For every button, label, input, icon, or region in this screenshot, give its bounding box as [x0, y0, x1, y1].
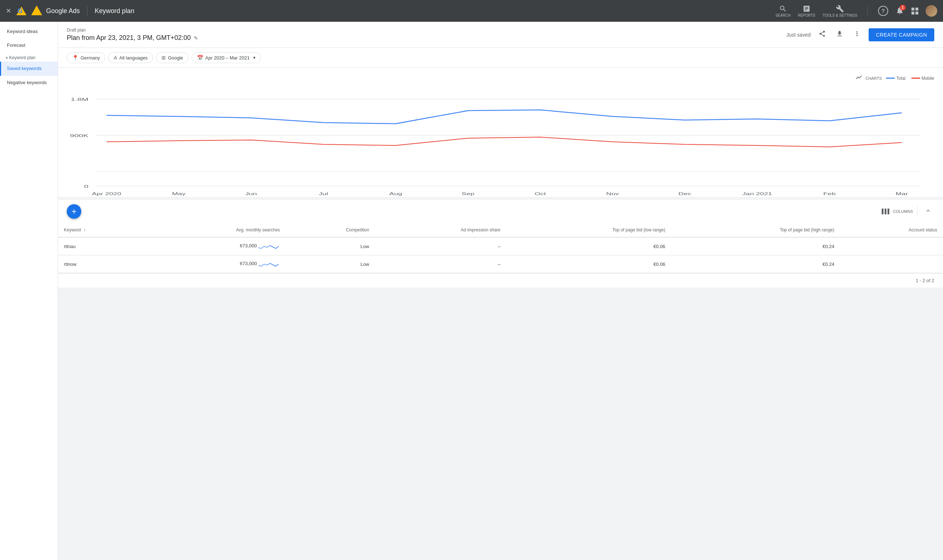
search-label: SEARCH [775, 14, 790, 17]
th-top-bid-low[interactable]: Top of page bid (low range) [506, 223, 671, 237]
tools-settings-button[interactable]: TOOLS & SETTINGS [823, 5, 857, 17]
table-header-row: Keyword ↑ Avg. monthly searches Competit… [58, 223, 943, 237]
sparkline-chart [258, 242, 280, 251]
svg-text:Jul: Jul [319, 192, 328, 196]
line-chart-icon [855, 74, 863, 81]
svg-text:Feb: Feb [823, 192, 836, 196]
share-button[interactable] [817, 28, 828, 42]
reports-nav-button[interactable]: REPORTS [798, 5, 815, 17]
svg-text:G: G [17, 7, 23, 14]
competition-cell: Low [286, 255, 375, 273]
collapse-chart-button[interactable] [922, 206, 934, 217]
date-range-value: Apr 2020 – Mar 2021 [205, 55, 250, 61]
network-icon: ⊞ [162, 55, 166, 61]
svg-text:Oct: Oct [535, 192, 546, 196]
help-button[interactable]: ? [878, 6, 888, 16]
th-keyword[interactable]: Keyword ↑ [58, 223, 144, 237]
svg-text:0: 0 [84, 184, 89, 189]
date-range-filter[interactable]: 📅 Apr 2020 – Mar 2021 ▾ [191, 52, 261, 63]
header-actions: Just saved CREATE CAMPAIGN [786, 28, 934, 42]
chart-area: CHARTS Total Mobile [58, 68, 943, 197]
chart-svg: 1.8M 900K 0 Apr 2020 May Jun Jul Aug Sep… [67, 88, 934, 197]
download-button[interactable] [834, 28, 845, 42]
table-section: + COLUMNS [58, 200, 943, 288]
search-nav-button[interactable]: SEARCH [775, 5, 790, 17]
ad-impression-cell: – [375, 237, 506, 255]
saved-status: Just saved [786, 32, 810, 38]
sidebar-item-negative-keywords[interactable]: Negative keywords [0, 76, 58, 89]
columns-button[interactable] [880, 206, 892, 217]
table-row: rtlnow 673,000 Low – €0.06 €0.24 [58, 255, 943, 273]
download-icon [836, 30, 843, 37]
svg-text:Sep: Sep [462, 192, 475, 196]
reports-icon [803, 5, 810, 13]
chart-controls: CHARTS Total Mobile [855, 74, 934, 83]
user-avatar[interactable] [926, 5, 937, 17]
tools-settings-label: TOOLS & SETTINGS [823, 14, 857, 17]
sort-asc-icon: ↑ [83, 228, 86, 232]
svg-text:Dec: Dec [678, 192, 692, 196]
th-account-status[interactable]: Account status [840, 223, 943, 237]
language-icon: A [114, 55, 117, 61]
svg-point-3 [34, 10, 39, 15]
sidebar-item-forecast[interactable]: Forecast [0, 38, 58, 52]
svg-text:Aug: Aug [389, 192, 402, 196]
tools-icon [836, 5, 844, 13]
chevron-down-icon: ▾ [253, 55, 256, 60]
sidebar-item-saved-keywords[interactable]: Saved keywords [0, 62, 58, 75]
svg-text:900K: 900K [70, 134, 89, 138]
edit-icon[interactable]: ✎ [194, 35, 198, 41]
nav-divider-2 [867, 5, 868, 16]
close-icon[interactable]: ✕ [6, 7, 11, 15]
th-competition[interactable]: Competition [286, 223, 375, 237]
network-filter[interactable]: ⊞ Google [156, 52, 189, 63]
language-filter[interactable]: A All languages [108, 52, 153, 63]
chart-legend: Total Mobile [886, 76, 934, 81]
nav-right-actions: SEARCH REPORTS TOOLS & SETTINGS ? 1 [775, 5, 937, 17]
svg-text:1.8M: 1.8M [71, 97, 89, 102]
account-status-cell [840, 237, 943, 255]
location-filter[interactable]: 📍 Germany [67, 52, 105, 63]
avg-monthly-cell: 673,000 [144, 237, 286, 255]
plan-header: Draft plan Plan from Apr 23, 2021, 3 PM,… [58, 22, 943, 48]
account-status-cell [840, 255, 943, 273]
ad-impression-cell: – [375, 255, 506, 273]
sidebar-section-keyword-plan[interactable]: ▾ Keyword plan [0, 52, 58, 62]
chevron-down-icon: ▾ [6, 56, 8, 60]
sidebar-item-keyword-ideas[interactable]: Keyword ideas [0, 25, 58, 38]
logo: G Google Ads [15, 5, 80, 17]
draft-label: Draft plan [67, 28, 198, 33]
table-toolbar: + COLUMNS [58, 200, 943, 223]
mobile-legend-label: Mobile [921, 76, 934, 81]
more-vert-icon [854, 30, 861, 37]
filters-bar: 📍 Germany A All languages ⊞ Google 📅 Apr… [58, 48, 943, 68]
svg-text:Jan 2021: Jan 2021 [742, 192, 772, 196]
chart-toggle-button[interactable] [855, 74, 863, 83]
calendar-icon: 📅 [197, 55, 203, 61]
apps-switcher[interactable] [911, 8, 918, 14]
google-ads-logo [30, 5, 43, 17]
search-icon [779, 5, 787, 13]
nav-divider [87, 5, 88, 16]
th-ad-impression[interactable]: Ad impression share [375, 223, 506, 237]
th-avg-monthly[interactable]: Avg. monthly searches [144, 223, 286, 237]
table-row: rtlnau 673,000 Low – €0.06 €0.24 [58, 237, 943, 255]
svg-text:Mar: Mar [895, 192, 908, 196]
add-keyword-button[interactable]: + [67, 204, 81, 219]
th-top-bid-high[interactable]: Top of page bid (high range) [671, 223, 840, 237]
sidebar: Keyword ideas Forecast ▾ Keyword plan Sa… [0, 22, 58, 560]
total-legend-line [886, 78, 895, 79]
svg-text:Jun: Jun [245, 192, 257, 196]
language-value: All languages [119, 55, 148, 61]
columns-icon [882, 209, 889, 214]
brand-name: Google Ads [46, 7, 80, 15]
help-label: ? [882, 8, 885, 14]
charts-label: CHARTS [865, 76, 882, 80]
keyword-cell: rtlnow [58, 255, 144, 273]
create-campaign-button[interactable]: CREATE CAMPAIGN [869, 28, 934, 42]
more-options-button[interactable] [851, 28, 863, 42]
notifications-button[interactable]: 1 [895, 6, 904, 16]
page-title: Keyword plan [95, 7, 134, 15]
main-layout: Keyword ideas Forecast ▾ Keyword plan Sa… [0, 22, 943, 560]
chart-wrapper: 1.8M 900K 0 Apr 2020 May Jun Jul Aug Sep… [67, 88, 934, 197]
